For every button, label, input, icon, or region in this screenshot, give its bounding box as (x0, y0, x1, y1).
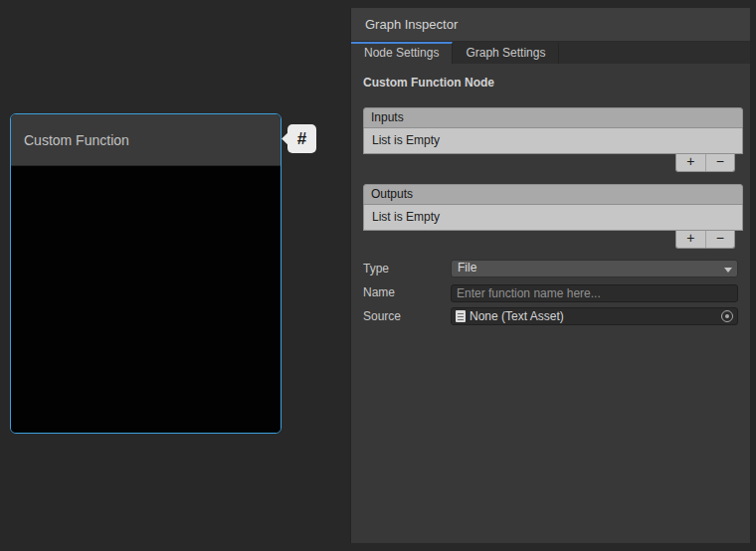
hash-icon: # (297, 129, 306, 148)
chevron-down-icon (724, 268, 732, 273)
source-object-field[interactable]: None (Text Asset) (451, 307, 738, 325)
name-label: Name (363, 285, 395, 299)
outputs-list-header: Outputs (363, 184, 743, 205)
function-name-input[interactable] (451, 284, 738, 302)
section-title: Custom Function Node (363, 76, 494, 90)
inputs-list-empty-row: List is Empty (363, 128, 743, 154)
object-picker-icon[interactable] (721, 310, 733, 322)
node-title: Custom Function (11, 114, 281, 166)
source-row: Source None (Text Asset) (363, 307, 738, 325)
name-row: Name (363, 283, 738, 301)
type-dropdown[interactable]: File (451, 260, 738, 277)
outputs-remove-button[interactable]: − (705, 231, 735, 248)
inputs-remove-button[interactable]: − (705, 154, 735, 171)
outputs-add-button[interactable]: + (676, 231, 705, 248)
inputs-add-button[interactable]: + (676, 154, 705, 171)
inputs-list-header: Inputs (363, 107, 743, 128)
source-object-value: None (Text Asset) (470, 309, 564, 323)
node-code-badge[interactable]: # (287, 124, 316, 153)
custom-function-node[interactable]: Custom Function (10, 113, 282, 434)
inputs-list-footer: + − (675, 154, 735, 172)
graph-canvas[interactable]: Custom Function # Graph Inspector Node S… (0, 0, 756, 551)
node-preview-area (11, 167, 281, 433)
source-label: Source (363, 309, 401, 323)
type-label: Type (363, 262, 389, 276)
tab-node-settings[interactable]: Node Settings (351, 42, 453, 64)
tab-graph-settings[interactable]: Graph Settings (453, 42, 559, 64)
inspector-tabs: Node Settings Graph Settings (351, 42, 750, 64)
type-dropdown-value: File (458, 261, 476, 275)
outputs-list-empty-row: List is Empty (363, 205, 743, 231)
text-asset-icon (456, 310, 466, 322)
inputs-list: Inputs List is Empty + − (363, 107, 743, 154)
graph-inspector-panel: Graph Inspector Node Settings Graph Sett… (350, 8, 750, 543)
type-row: Type File (363, 260, 738, 277)
outputs-list-footer: + − (675, 231, 735, 249)
outputs-list: Outputs List is Empty + − (363, 184, 743, 231)
graph-inspector-title[interactable]: Graph Inspector (351, 8, 750, 42)
